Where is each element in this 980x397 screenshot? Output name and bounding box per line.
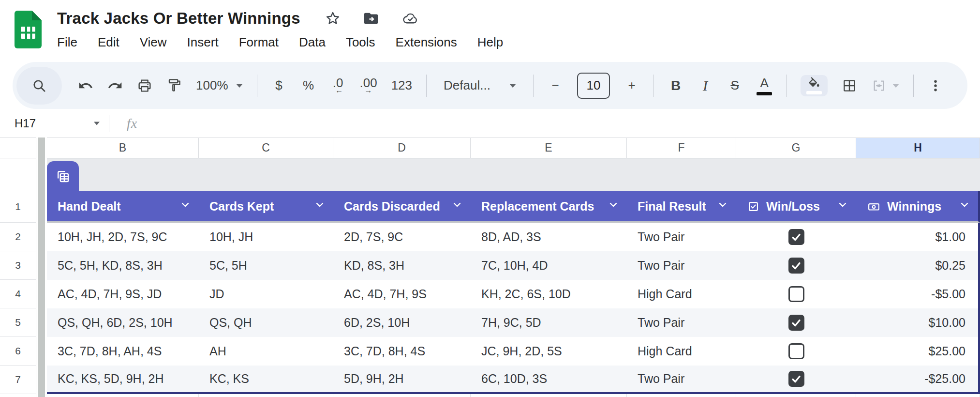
cell-hand-dealt[interactable]: 3C, 7D, 8H, AH, 4S <box>47 337 199 366</box>
header-winnings[interactable]: Winnings <box>856 191 980 223</box>
italic-button[interactable]: I <box>698 72 713 100</box>
cell-cards-discarded[interactable]: 6D, 2S, 10H <box>333 308 471 337</box>
cell-hand-dealt[interactable]: 10H, JH, 2D, 7S, 9C <box>47 223 199 251</box>
chevron-down-icon[interactable] <box>314 199 326 214</box>
fx-icon[interactable]: fx <box>127 116 137 131</box>
cell-cards-kept[interactable]: AH <box>199 337 333 366</box>
column-header-f[interactable]: F <box>627 137 736 158</box>
column-header-b[interactable]: B <box>47 137 199 158</box>
header-replacement-cards[interactable]: Replacement Cards <box>471 191 627 223</box>
increase-font-size-button[interactable]: + <box>624 72 639 100</box>
name-box[interactable]: H17 <box>0 117 109 130</box>
win-loss-checkbox[interactable] <box>788 315 804 331</box>
column-header-d[interactable]: D <box>333 137 471 158</box>
paint-format-button[interactable] <box>166 72 182 100</box>
chevron-down-icon[interactable] <box>179 199 191 214</box>
chevron-down-icon[interactable] <box>451 199 463 214</box>
cell-winnings[interactable]: -$5.00 <box>856 280 980 308</box>
win-loss-checkbox[interactable] <box>788 371 804 387</box>
cell-winnings[interactable]: $10.00 <box>856 308 980 337</box>
cell-final-result[interactable]: Two Pair <box>627 366 736 394</box>
column-header-h-selected[interactable]: H <box>856 137 980 158</box>
font-size-input[interactable]: 10 <box>577 73 610 99</box>
win-loss-checkbox[interactable] <box>788 286 804 302</box>
win-loss-checkbox[interactable] <box>788 343 804 359</box>
strikethrough-button[interactable]: S <box>727 72 742 100</box>
menu-format[interactable]: Format <box>239 35 279 50</box>
cell-winnings[interactable]: -$25.00 <box>856 366 980 394</box>
cell-hand-dealt[interactable]: KC, KS, 5D, 9H, 2H <box>47 366 199 394</box>
chevron-down-icon[interactable] <box>892 84 899 88</box>
row-header-5[interactable]: 5 <box>0 308 36 337</box>
row-header-4[interactable]: 4 <box>0 280 36 308</box>
cell-replacement-cards[interactable]: 6C, 10D, 3S <box>471 366 627 394</box>
win-loss-checkbox[interactable] <box>788 229 804 245</box>
menu-data[interactable]: Data <box>299 35 326 50</box>
hidden-column-a-indicator[interactable] <box>36 137 47 158</box>
undo-button[interactable] <box>78 72 93 100</box>
bold-button[interactable]: B <box>668 72 683 100</box>
row-header-1[interactable]: 1 <box>0 191 36 223</box>
cell-final-result[interactable]: Two Pair <box>627 251 736 280</box>
select-all-corner[interactable] <box>0 137 36 158</box>
cell-cards-kept[interactable]: 5C, 5H <box>199 251 333 280</box>
row-header-2[interactable]: 2 <box>0 223 36 251</box>
cell-final-result[interactable]: High Card <box>627 337 736 366</box>
row-header-3[interactable]: 3 <box>0 251 36 280</box>
chevron-down-icon[interactable] <box>717 199 728 214</box>
cell-cards-kept[interactable]: KC, KS <box>199 366 333 394</box>
cloud-check-icon[interactable] <box>401 10 419 27</box>
chevron-down-icon[interactable] <box>959 199 970 214</box>
menu-file[interactable]: File <box>57 35 77 50</box>
format-currency-button[interactable]: $ <box>271 72 287 100</box>
cell-cards-kept[interactable]: JD <box>199 280 333 308</box>
cell-final-result[interactable]: Two Pair <box>627 223 736 251</box>
decrease-decimal-button[interactable]: .0← <box>330 72 346 100</box>
cell-final-result[interactable]: High Card <box>627 280 736 308</box>
cell-cards-discarded[interactable]: KD, 8S, 3H <box>333 251 471 280</box>
more-formats-button[interactable]: 123 <box>391 72 412 100</box>
header-win-loss[interactable]: Win/Loss <box>736 191 856 223</box>
zoom-select[interactable]: 100% <box>196 72 243 100</box>
cell-hand-dealt[interactable]: 5C, 5H, KD, 8S, 3H <box>47 251 199 280</box>
cell-replacement-cards[interactable]: 8D, AD, 3S <box>471 223 627 251</box>
decrease-font-size-button[interactable]: − <box>548 72 563 100</box>
cell-final-result[interactable]: Two Pair <box>627 308 736 337</box>
cell-hand-dealt[interactable]: AC, 4D, 7H, 9S, JD <box>47 280 199 308</box>
star-icon[interactable] <box>325 10 341 27</box>
table-chip-tab[interactable] <box>47 161 79 191</box>
menu-tools[interactable]: Tools <box>346 35 375 50</box>
cell-hand-dealt[interactable]: QS, QH, 6D, 2S, 10H <box>47 308 199 337</box>
header-final-result[interactable]: Final Result <box>627 191 736 223</box>
print-button[interactable] <box>137 72 152 100</box>
cell-cards-discarded[interactable]: 3C, 7D, 8H, 4S <box>333 337 471 366</box>
menu-help[interactable]: Help <box>477 35 503 50</box>
row-header-7[interactable]: 7 <box>0 366 36 394</box>
cell-cards-discarded[interactable]: 2D, 7S, 9C <box>333 223 471 251</box>
column-header-e[interactable]: E <box>471 137 627 158</box>
cell-replacement-cards[interactable]: 7H, 9C, 5D <box>471 308 627 337</box>
cell-cards-kept[interactable]: 10H, JH <box>199 223 333 251</box>
header-hand-dealt[interactable]: Hand Dealt <box>47 191 199 223</box>
cell-cards-kept[interactable]: QS, QH <box>199 308 333 337</box>
format-percent-button[interactable]: % <box>301 72 316 100</box>
column-header-g[interactable]: G <box>736 137 856 158</box>
menu-edit[interactable]: Edit <box>98 35 119 50</box>
menu-insert[interactable]: Insert <box>187 35 219 50</box>
header-cards-discarded[interactable]: Cards Discarded <box>333 191 471 223</box>
text-color-button[interactable]: A <box>757 72 772 100</box>
cell-replacement-cards[interactable]: KH, 2C, 6S, 10D <box>471 280 627 308</box>
menu-view[interactable]: View <box>140 35 167 50</box>
font-family-select[interactable]: Defaul... <box>441 72 519 100</box>
merge-cells-button[interactable] <box>871 72 887 100</box>
cell-winnings[interactable]: $0.25 <box>856 251 980 280</box>
increase-decimal-button[interactable]: .00→ <box>360 72 377 100</box>
more-options-button[interactable] <box>928 72 943 100</box>
chevron-down-icon[interactable] <box>608 199 619 214</box>
row-header-6[interactable]: 6 <box>0 337 36 366</box>
cell-winnings[interactable]: $25.00 <box>856 337 980 366</box>
sheets-logo[interactable] <box>15 11 42 48</box>
cell-cards-discarded[interactable]: 5D, 9H, 2H <box>333 366 471 394</box>
cell-cards-discarded[interactable]: AC, 4D, 7H, 9S <box>333 280 471 308</box>
win-loss-checkbox[interactable] <box>788 258 804 274</box>
